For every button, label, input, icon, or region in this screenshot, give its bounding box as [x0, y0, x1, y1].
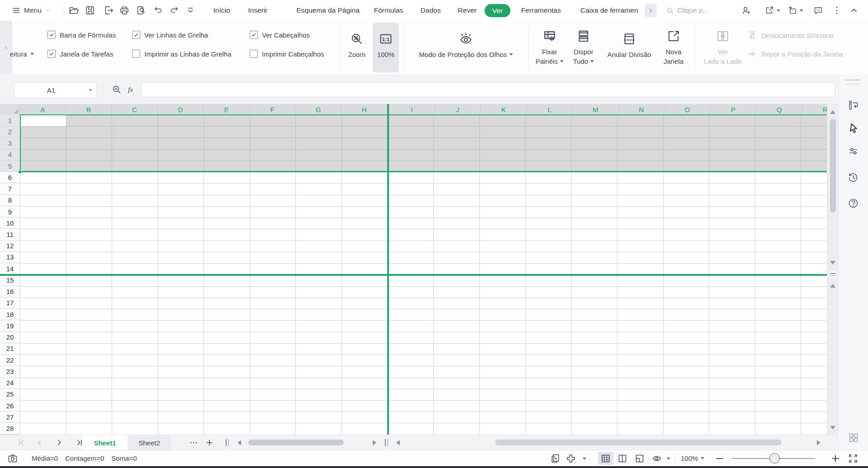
- tab-ver[interactable]: Ver: [484, 4, 510, 17]
- more-vertical-button[interactable]: [832, 5, 842, 15]
- collapse-ribbon-button[interactable]: [849, 5, 859, 15]
- ribbon-button-100%[interactable]: 1:1100%: [373, 23, 399, 72]
- save-button[interactable]: [85, 5, 95, 16]
- checkbox-imprimir-cabeçalhos[interactable]: Imprimir Cabeçalhos: [250, 49, 324, 59]
- row-header-12[interactable]: 12: [0, 241, 20, 252]
- fx-icon[interactable]: fx: [127, 84, 138, 95]
- row-header-16[interactable]: 16: [0, 286, 20, 298]
- row-header-19[interactable]: 19: [0, 320, 20, 331]
- row-header-15[interactable]: 15: [0, 274, 20, 286]
- tab-fórmulas[interactable]: Fórmulas: [374, 0, 403, 21]
- add-sheet-button[interactable]: [205, 438, 214, 447]
- page-layout-view-button[interactable]: [617, 453, 628, 464]
- print-button[interactable]: [119, 5, 130, 16]
- tab-início[interactable]: Início: [213, 0, 230, 21]
- scroll-up-button[interactable]: [830, 110, 835, 114]
- zoom-slider-thumb[interactable]: [769, 453, 780, 463]
- ribbon-button-deslocamento-síncrono[interactable]: Deslocamento Síncrono: [747, 30, 834, 40]
- panel-handle-icon[interactable]: [845, 80, 861, 84]
- row-header-11[interactable]: 11: [0, 229, 20, 240]
- ribbon-button-nova-janela[interactable]: NovaJanela: [659, 23, 688, 72]
- row-header-13[interactable]: 13: [0, 252, 20, 263]
- column-header-o[interactable]: O: [664, 104, 711, 115]
- navigation-pane-button[interactable]: [847, 99, 859, 111]
- search-input[interactable]: Clique p...: [666, 4, 725, 17]
- select-all-corner[interactable]: [0, 104, 20, 115]
- row-header-10[interactable]: 10: [0, 217, 20, 229]
- fill-handle[interactable]: [18, 170, 22, 174]
- tab-ferramentas[interactable]: Ferramentas: [521, 0, 561, 21]
- row-header-22[interactable]: 22: [0, 355, 20, 366]
- page-break-view-button[interactable]: [634, 453, 645, 464]
- reading-order-button[interactable]: [550, 453, 561, 464]
- vertical-split-bar[interactable]: [387, 104, 389, 435]
- vertical-scroll-thumb[interactable]: [830, 119, 836, 213]
- ribbon-button-ver-lado-a-lado[interactable]: VerLado a Lado: [700, 23, 745, 72]
- new-tab-button[interactable]: [787, 5, 797, 15]
- row-header-23[interactable]: 23: [0, 366, 20, 377]
- row-header-14[interactable]: 14: [0, 263, 20, 274]
- row-header-26[interactable]: 26: [0, 400, 20, 411]
- row-header-5[interactable]: 5: [0, 161, 20, 172]
- toolbox-expand-button[interactable]: [645, 4, 657, 17]
- column-header-i[interactable]: I: [389, 104, 435, 115]
- column-header-e[interactable]: E: [204, 104, 250, 115]
- eye-protection-toggle-button[interactable]: [651, 453, 662, 464]
- tab-esquema-da-página[interactable]: Esquema da Página: [296, 0, 360, 21]
- print-preview-button[interactable]: [136, 5, 147, 16]
- column-header-c[interactable]: C: [112, 104, 158, 115]
- scroll-up-button-lower[interactable]: [830, 284, 835, 288]
- fullscreen-button[interactable]: [848, 453, 859, 464]
- checkbox-imprimir-as-linhas-de-grelha[interactable]: Imprimir as Linhas de Grelha: [132, 49, 232, 59]
- column-header-a[interactable]: A: [20, 104, 66, 115]
- formula-input[interactable]: [141, 82, 835, 97]
- column-header-f[interactable]: F: [250, 104, 296, 115]
- ribbon-button-dispor-tudo[interactable]: DisporTudo: [567, 23, 600, 72]
- undo-button[interactable]: [152, 5, 163, 16]
- column-header-j[interactable]: J: [435, 104, 481, 115]
- sheet-tab-sheet1[interactable]: Sheet1: [82, 435, 128, 450]
- user-add-button[interactable]: [741, 5, 751, 15]
- hscroll-left-button-right-pane[interactable]: [396, 440, 400, 445]
- column-header-n[interactable]: N: [619, 104, 665, 115]
- workspace-grid-button[interactable]: [848, 432, 859, 444]
- ribbon-button-fixar-painéis[interactable]: FixarPainéis: [534, 23, 565, 72]
- column-header-d[interactable]: D: [158, 104, 204, 115]
- hscroll-right-button[interactable]: [373, 440, 376, 445]
- row-header-25[interactable]: 25: [0, 389, 20, 400]
- screenshot-icon[interactable]: [7, 453, 18, 464]
- scrollbar-split-handle[interactable]: [829, 270, 837, 279]
- cursor-button[interactable]: [847, 122, 859, 134]
- ribbon-button-anular-divisão[interactable]: Anular Divisão: [602, 23, 657, 72]
- row-header-1[interactable]: 1: [0, 115, 20, 126]
- name-box[interactable]: A1: [14, 82, 97, 98]
- vertical-scrollbar[interactable]: [827, 104, 838, 435]
- sheet-next-button[interactable]: [55, 438, 64, 447]
- row-header-2[interactable]: 2: [0, 126, 20, 137]
- find-formula-icon[interactable]: [111, 84, 122, 95]
- ribbon-button-zoom[interactable]: Zoom: [343, 23, 371, 72]
- tab-rever[interactable]: Rever: [458, 0, 476, 21]
- ribbon-collapse-strip[interactable]: [0, 21, 12, 74]
- row-header-4[interactable]: 4: [0, 149, 20, 161]
- column-header-r[interactable]: R: [802, 104, 827, 115]
- scroll-down-button-lower[interactable]: [830, 426, 835, 430]
- tab-dados[interactable]: Dados: [421, 0, 441, 21]
- column-header-g[interactable]: G: [295, 104, 342, 115]
- history-button[interactable]: [847, 171, 859, 184]
- sheet-list-button[interactable]: [189, 438, 198, 447]
- ribbon-button-repor-a-posição-da-janela[interactable]: Repor a Posição da Janela: [747, 49, 843, 59]
- share-button[interactable]: [764, 5, 774, 15]
- checkbox-barra-de-fórmulas[interactable]: Barra de Fórmulas: [47, 30, 116, 40]
- row-header-28[interactable]: 28: [0, 423, 20, 434]
- comment-button[interactable]: [813, 5, 823, 15]
- checkbox-ver-cabeçalhos[interactable]: Ver Cabeçalhos: [250, 30, 310, 40]
- tab-inserir[interactable]: Inserir: [248, 0, 267, 21]
- hscroll-right-button-right-pane[interactable]: [817, 440, 821, 445]
- folder-open-button[interactable]: [68, 5, 79, 16]
- sliders-button[interactable]: [847, 145, 859, 157]
- column-header-l[interactable]: L: [527, 104, 573, 115]
- checkbox-janela-de-tarefas[interactable]: Janela de Tarefas: [47, 49, 113, 59]
- tab-toolbox[interactable]: Caixa de ferramen: [580, 0, 642, 21]
- reading-layout-button[interactable]: eitura: [10, 49, 34, 59]
